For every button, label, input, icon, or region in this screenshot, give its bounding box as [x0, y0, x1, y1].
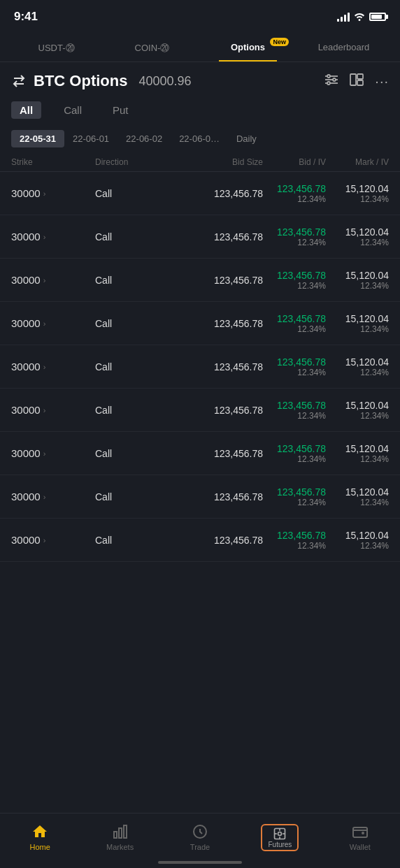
- swap-icon[interactable]: [11, 73, 27, 89]
- bid-iv-cell: 123,456.78 12.34%: [263, 356, 326, 377]
- svg-rect-9: [114, 832, 117, 838]
- date-chip-2[interactable]: 22-06-02: [117, 130, 171, 147]
- bid-size-cell: 123,456.78: [172, 448, 263, 459]
- mark-price: 15,120.04: [326, 530, 389, 541]
- mark-pct: 12.34%: [326, 238, 389, 247]
- trade-icon: [192, 823, 208, 840]
- status-icons: [337, 11, 386, 23]
- nav-wallet[interactable]: Wallet: [320, 820, 400, 854]
- filter-call[interactable]: Call: [55, 101, 90, 119]
- direction-cell: Call: [95, 275, 172, 286]
- layout-icon[interactable]: [350, 73, 364, 89]
- bid-iv-cell: 123,456.78 12.34%: [263, 530, 326, 551]
- home-icon: [31, 823, 48, 840]
- table-row[interactable]: 30000 › Call 123,456.78 123,456.78 12.34…: [0, 432, 400, 475]
- bid-price: 123,456.78: [263, 270, 326, 281]
- bid-size-cell: 123,456.78: [172, 535, 263, 546]
- signal-icon: [337, 12, 350, 22]
- markets-icon: [112, 823, 129, 840]
- table-header: Strike Direction Bid Size Bid / IV Mark …: [0, 153, 400, 172]
- tab-leaderboard[interactable]: Leaderboard: [296, 36, 392, 62]
- direction-cell: Call: [95, 491, 172, 502]
- bid-size-cell: 123,456.78: [172, 318, 263, 329]
- nav-futures[interactable]: Futures: [240, 821, 320, 854]
- table-row[interactable]: 30000 › Call 123,456.78 123,456.78 12.34…: [0, 302, 400, 345]
- bid-price: 123,456.78: [263, 313, 326, 324]
- th-mark-iv: Mark / IV: [326, 157, 389, 167]
- mark-price: 15,120.04: [326, 486, 389, 498]
- mark-pct: 12.34%: [326, 324, 389, 334]
- bid-price: 123,456.78: [263, 226, 326, 238]
- mark-iv-cell: 15,120.04 12.34%: [326, 183, 389, 204]
- bid-iv-cell: 123,456.78 12.34%: [263, 443, 326, 464]
- home-indicator: [158, 861, 242, 864]
- table-row[interactable]: 30000 › Call 123,456.78 123,456.78 12.34…: [0, 259, 400, 302]
- wallet-icon: [352, 823, 369, 840]
- mark-iv-cell: 15,120.04 12.34%: [326, 356, 389, 377]
- nav-markets[interactable]: Markets: [80, 820, 159, 854]
- bid-pct: 12.34%: [263, 541, 326, 551]
- chevron-right-icon: ›: [43, 406, 46, 414]
- nav-trade[interactable]: Trade: [160, 820, 240, 854]
- svg-rect-8: [357, 80, 363, 85]
- bid-price: 123,456.78: [263, 356, 326, 368]
- nav-wallet-label: Wallet: [350, 843, 371, 851]
- page-header: BTC Options 40000.96 ···: [0, 62, 400, 97]
- date-chip-3[interactable]: 22-06-0…: [171, 130, 228, 147]
- date-chip-1[interactable]: 22-06-01: [64, 130, 117, 147]
- nav-trade-label: Trade: [190, 843, 210, 851]
- bid-pct: 12.34%: [263, 238, 326, 247]
- more-icon[interactable]: ···: [375, 73, 389, 89]
- direction-cell: Call: [95, 231, 172, 243]
- mark-price: 15,120.04: [326, 443, 389, 454]
- svg-rect-10: [119, 828, 122, 838]
- svg-point-5: [327, 82, 330, 85]
- chevron-right-icon: ›: [43, 233, 46, 241]
- filter-icon[interactable]: [324, 73, 338, 89]
- new-badge: New: [270, 38, 289, 46]
- futures-icon: [273, 827, 287, 841]
- date-row: 22-05-31 22-06-01 22-06-02 22-06-0… Dail…: [0, 126, 400, 153]
- table-row[interactable]: 30000 › Call 123,456.78 123,456.78 12.34…: [0, 345, 400, 389]
- strike-cell: 30000 ›: [11, 491, 95, 502]
- date-chip-daily[interactable]: Daily: [228, 130, 265, 147]
- chevron-right-icon: ›: [43, 189, 46, 198]
- direction-cell: Call: [95, 448, 172, 459]
- tab-options[interactable]: Options New: [200, 36, 296, 62]
- svg-rect-19: [353, 827, 367, 837]
- table-row[interactable]: 30000 › Call 123,456.78 123,456.78 12.34…: [0, 215, 400, 259]
- table-row[interactable]: 30000 › Call 123,456.78 123,456.78 12.34…: [0, 389, 400, 432]
- tab-usdt[interactable]: USDT-⑳: [8, 36, 104, 62]
- table-row[interactable]: 30000 › Call 123,456.78 123,456.78 12.34…: [0, 475, 400, 519]
- chevron-right-icon: ›: [43, 276, 46, 284]
- mark-price: 15,120.04: [326, 226, 389, 238]
- strike-cell: 30000 ›: [11, 231, 95, 243]
- table-row[interactable]: 30000 › Call 123,456.78 123,456.78 12.34…: [0, 172, 400, 215]
- filter-all[interactable]: All: [11, 101, 41, 119]
- svg-rect-7: [357, 74, 363, 79]
- bid-size-cell: 123,456.78: [172, 275, 263, 286]
- strike-cell: 30000 ›: [11, 534, 95, 546]
- table-row[interactable]: 30000 › Call 123,456.78 123,456.78 12.34…: [0, 519, 400, 562]
- direction-cell: Call: [95, 535, 172, 546]
- mark-iv-cell: 15,120.04 12.34%: [326, 530, 389, 551]
- bid-size-cell: 123,456.78: [172, 188, 263, 199]
- bid-iv-cell: 123,456.78 12.34%: [263, 486, 326, 507]
- mark-price: 15,120.04: [326, 183, 389, 194]
- mark-iv-cell: 15,120.04 12.34%: [326, 443, 389, 464]
- nav-home[interactable]: Home: [0, 820, 80, 854]
- futures-box: Futures: [261, 824, 299, 851]
- bid-iv-cell: 123,456.78 12.34%: [263, 400, 326, 421]
- filter-put[interactable]: Put: [104, 101, 137, 119]
- options-table: Strike Direction Bid Size Bid / IV Mark …: [0, 153, 400, 562]
- strike-cell: 30000 ›: [11, 447, 95, 459]
- status-time: 9:41: [14, 10, 38, 24]
- svg-rect-11: [124, 825, 127, 838]
- strike-cell: 30000 ›: [11, 361, 95, 372]
- bid-size-cell: 123,456.78: [172, 405, 263, 416]
- wifi-icon: [354, 11, 365, 23]
- strike-cell: 30000 ›: [11, 274, 95, 286]
- date-chip-0[interactable]: 22-05-31: [11, 130, 64, 147]
- tab-coin[interactable]: COIN-⑳: [104, 36, 200, 62]
- bid-pct: 12.34%: [263, 498, 326, 507]
